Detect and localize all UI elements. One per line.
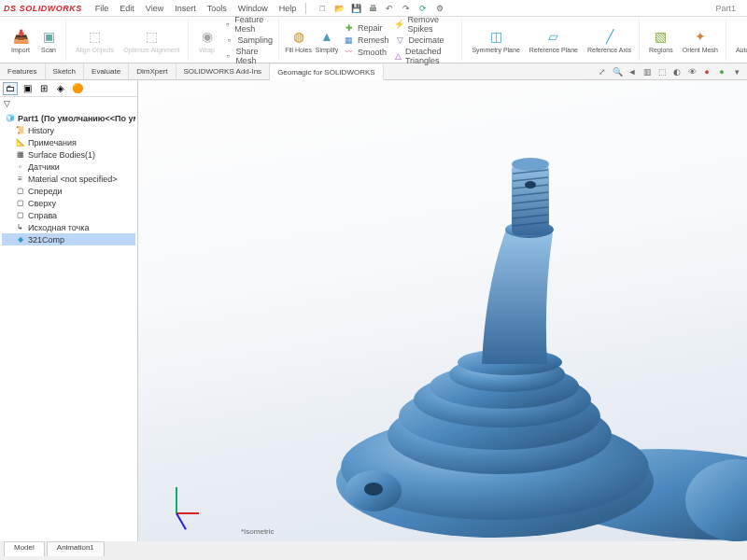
feature-manager-panel: 🗀 ▣ ⊞ ◈ 🟠 ▽ 🧊 Part1 (По умолчанию<<По ум… [0, 80, 138, 541]
tree-node-sensors[interactable]: ▫Датчики [2, 161, 135, 173]
tree-node-material[interactable]: ≡Material <not specified> [2, 173, 135, 185]
sensors-icon: ▫ [15, 161, 25, 172]
remove-spikes-button[interactable]: ⚡Remove Spikes [392, 15, 458, 34]
tree-node-label: Surface Bodies(1) [28, 150, 95, 160]
tree-node-label: Material <not specified> [28, 175, 118, 184]
prev-view-icon[interactable]: ◄ [626, 65, 639, 78]
tree-node-surface-bodies[interactable]: ▦Surface Bodies(1) [2, 148, 135, 161]
quick-access-toolbar: □ 📂 💾 🖶 ↶ ↷ ⟳ ⚙ [316, 2, 446, 15]
options-icon[interactable]: ⚙ [433, 2, 446, 15]
tab-solidworks-addins[interactable]: SOLIDWORKS Add-Ins [176, 63, 271, 79]
feature-icon: ◆ [15, 234, 25, 245]
configuration-manager-tab-icon[interactable]: ⊞ [36, 82, 51, 95]
feature-mesh-button[interactable]: ▫Feature Mesh [222, 15, 275, 34]
tab-sketch[interactable]: Sketch [46, 63, 84, 79]
bottom-tab-model[interactable]: Model [4, 541, 45, 556]
tree-node-321comp[interactable]: ◆321Comp [2, 233, 135, 245]
orient-mesh-button[interactable]: ✦Orient Mesh [679, 25, 722, 55]
axis-y-icon [176, 512, 199, 514]
sampling-button[interactable]: ▫Sampling [222, 35, 275, 46]
tree-node-annotations[interactable]: 📐Примечания [2, 136, 135, 148]
appearance-icon[interactable]: ● [700, 65, 713, 78]
display-style-icon[interactable]: ◐ [670, 65, 684, 78]
tree-node-history[interactable]: 📜History [2, 124, 135, 136]
dimxpert-manager-tab-icon[interactable]: ◈ [53, 82, 68, 95]
tree-root[interactable]: 🧊 Part1 (По умолчанию<<По умолчанию [2, 112, 135, 124]
svg-point-13 [512, 158, 549, 171]
tab-geomagic[interactable]: Geomagic for SOLIDWORKS [270, 64, 383, 80]
tab-features[interactable]: Features [0, 63, 46, 79]
view-orientation-icon[interactable]: ⬚ [655, 65, 669, 78]
app-logo: DS SOLIDWORKS [4, 3, 82, 13]
fill-holes-button[interactable]: ◍Fill Holes [285, 25, 312, 55]
zoom-fit-icon[interactable]: ⤢ [596, 65, 609, 78]
section-view-icon[interactable]: ▥ [641, 65, 654, 78]
tree-root-label: Part1 (По умолчанию<<По умолчанию [18, 114, 135, 123]
command-manager-tabs: Features Sketch Evaluate DimXpert SOLIDW… [0, 63, 747, 80]
tree-node-label: Датчики [28, 162, 60, 172]
reference-plane-button[interactable]: ▱Reference Plane [526, 25, 582, 55]
menu-file[interactable]: File [90, 4, 115, 13]
print-icon[interactable]: 🖶 [366, 2, 379, 15]
orientation-triad[interactable] [157, 476, 194, 513]
ribbon-toolbar: 📥Import ▣Scan ⬚Align Objects ⬚Optimize A… [0, 17, 747, 63]
regions-button[interactable]: ▧Regions [645, 25, 677, 55]
tree-node-label: Спереди [28, 187, 62, 196]
new-icon[interactable]: □ [316, 2, 329, 15]
decimate-button[interactable]: ▽Decimate [392, 35, 458, 46]
display-manager-tab-icon[interactable]: 🟠 [70, 82, 85, 95]
optimize-alignment-button[interactable]: ⬚Optimize Alignment [120, 25, 183, 55]
auto-surface-button[interactable]: ◐Auto Surface [732, 25, 747, 55]
scan-button[interactable]: ▣Scan [35, 25, 62, 55]
feature-tree: 🧊 Part1 (По умолчанию<<По умолчанию 📜His… [0, 110, 137, 247]
property-manager-tab-icon[interactable]: ▣ [20, 82, 35, 95]
open-icon[interactable]: 📂 [332, 2, 345, 15]
detached-triangles-button[interactable]: △Detached Triangles [392, 47, 458, 65]
tree-node-label: 321Comp [28, 235, 64, 245]
surface-bodies-icon: ▦ [15, 149, 25, 160]
tree-node-front-plane[interactable]: ▢Спереди [2, 185, 135, 197]
menu-tools[interactable]: Tools [202, 4, 233, 13]
rebuild-icon[interactable]: ⟳ [416, 2, 430, 15]
reference-axis-button[interactable]: ╱Reference Axis [584, 25, 635, 55]
svg-point-4 [364, 483, 383, 496]
menu-window[interactable]: Window [233, 4, 274, 13]
menu-edit[interactable]: Edit [114, 4, 140, 13]
remesh-button[interactable]: ▦Remesh [342, 35, 391, 46]
material-icon: ≡ [15, 174, 25, 184]
zoom-area-icon[interactable]: 🔍 [611, 65, 624, 78]
bottom-tab-animation[interactable]: Animation1 [47, 541, 105, 556]
scene-icon[interactable]: ● [715, 65, 728, 78]
annotations-icon: 📐 [15, 137, 25, 147]
separator [305, 3, 306, 14]
svg-point-22 [525, 181, 536, 189]
origin-icon: ↳ [15, 222, 25, 232]
history-icon: 📜 [15, 125, 25, 135]
repair-button[interactable]: ✚Repair [342, 22, 391, 34]
hide-show-icon[interactable]: 👁 [685, 65, 698, 78]
wrap-button[interactable]: ◉Wrap [194, 25, 220, 55]
redo-icon[interactable]: ↷ [400, 2, 413, 15]
graphics-viewport[interactable]: *Isometric [138, 80, 747, 541]
smooth-button[interactable]: 〰Smooth [342, 47, 391, 58]
feature-manager-tab-icon[interactable]: 🗀 [3, 82, 18, 95]
symmetry-plane-button[interactable]: ◫Symmetry Plane [468, 25, 523, 55]
filter-icon[interactable]: ▽ [4, 99, 10, 108]
menu-help[interactable]: Help [274, 4, 303, 13]
align-objects-button[interactable]: ⬚Align Objects [72, 25, 118, 55]
tab-dimxpert[interactable]: DimXpert [129, 63, 176, 79]
menu-insert[interactable]: Insert [169, 4, 202, 13]
share-mesh-button[interactable]: ▫Share Mesh [222, 47, 275, 65]
tree-node-top-plane[interactable]: ▢Сверху [2, 197, 135, 209]
tree-node-right-plane[interactable]: ▢Справа [2, 209, 135, 221]
import-button[interactable]: 📥Import [7, 25, 34, 55]
tree-node-origin[interactable]: ↳Исходная точка [2, 221, 135, 233]
undo-icon[interactable]: ↶ [383, 2, 396, 15]
plane-icon: ▢ [15, 186, 25, 196]
tab-evaluate[interactable]: Evaluate [84, 63, 129, 79]
save-icon[interactable]: 💾 [349, 2, 362, 15]
view-settings-icon[interactable]: ▾ [730, 65, 743, 78]
tree-node-label: Исходная точка [28, 223, 89, 232]
menu-view[interactable]: View [140, 4, 169, 13]
simplify-button[interactable]: ▲Simplify [314, 25, 340, 55]
